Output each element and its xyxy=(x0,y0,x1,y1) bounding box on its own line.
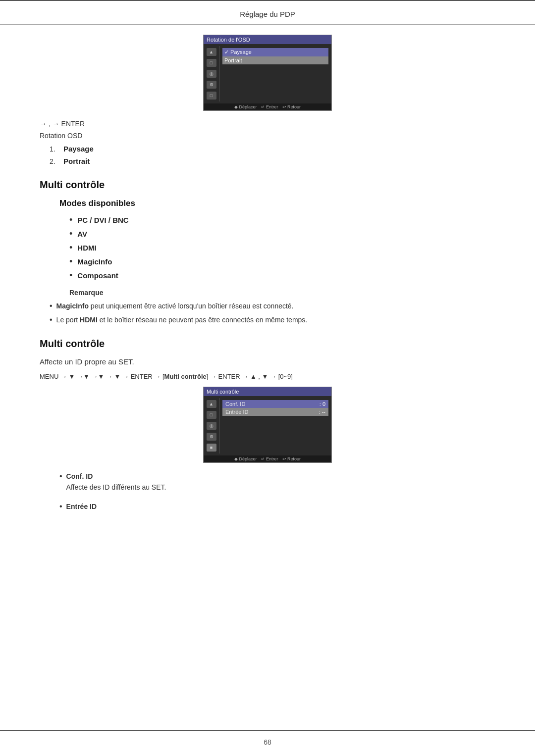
osd2-icon-2: ◎ xyxy=(207,422,216,430)
sub-explanation-0: Affecte des ID différents au SET. xyxy=(66,483,166,491)
osd1-title: Rotation de l'OSD xyxy=(204,35,331,44)
sub-bullet-0-content: Conf. ID Affecte des ID différents au SE… xyxy=(66,472,166,498)
mode-item-0: • PC / DVI / BNC xyxy=(69,215,495,224)
remarque-label: Remarque xyxy=(69,289,495,297)
mode-label-4: Composant xyxy=(77,271,118,280)
osd2-icon-1: □ xyxy=(207,411,216,419)
osd2-icon-3: ⚙ xyxy=(207,433,216,441)
mode-item-1: • AV xyxy=(69,229,495,238)
bullet-4: • xyxy=(69,271,72,280)
page-footer: 68 xyxy=(0,738,535,746)
osd1-body: ▲ □ ◎ ⚙ □ ✓ Paysage Portrait xyxy=(204,44,331,103)
section2-intro: Affecte un ID propre au SET. xyxy=(40,357,495,366)
notes-list: • MagicInfo peut uniquement être activé … xyxy=(50,302,495,324)
osd1-content: ✓ Paysage Portrait xyxy=(219,46,331,101)
note-dot-1: • xyxy=(50,315,53,324)
page-number: 68 xyxy=(264,738,271,746)
osd2-row-confid[interactable]: Conf. ID : 0 xyxy=(222,400,328,408)
osd1-screenshot-container: Rotation de l'OSD ▲ □ ◎ ⚙ □ ✓ Paysage Po… xyxy=(40,35,495,111)
osd2-footer-move: ◆ Déplacer xyxy=(234,456,257,461)
osd1-footer-enter: ↵ Entrer xyxy=(261,104,278,109)
menu-instruction: MENU → ▼ →▼ →▼ → ▼ → ENTER → [Multi cont… xyxy=(40,372,495,382)
sub-dot-1: • xyxy=(59,502,62,511)
osd1-icons: ▲ □ ◎ ⚙ □ xyxy=(204,46,219,101)
osd2-icon-0: ▲ xyxy=(207,400,216,408)
osd2-screenshot-container: Multi contrôle ▲ □ ◎ ⚙ ■ Conf. ID : 0 xyxy=(40,387,495,463)
sub-dot-0: • xyxy=(59,472,62,481)
numbered-item-1: 1. Paysage xyxy=(50,145,495,153)
bullet-2: • xyxy=(69,243,72,252)
header-title: Réglage du PDP xyxy=(240,10,295,18)
numbered-item-2: 2. Portrait xyxy=(50,157,495,165)
osd2-row-entreeid[interactable]: Entrée ID : -- xyxy=(222,408,328,416)
osd-icon-1: □ xyxy=(207,59,216,67)
num-2: 2. xyxy=(50,157,59,165)
page-container: Réglage du PDP Rotation de l'OSD ▲ □ ◎ ⚙… xyxy=(0,0,535,756)
sub-bullet-0: • Conf. ID Affecte des ID différents au … xyxy=(59,472,495,498)
osd2-body: ▲ □ ◎ ⚙ ■ Conf. ID : 0 Entrée ID : xyxy=(204,396,331,455)
mode-item-2: • HDMI xyxy=(69,243,495,252)
sub-bullets-list: • Conf. ID Affecte des ID différents au … xyxy=(59,472,495,511)
mode-label-1: AV xyxy=(77,230,87,238)
osd2-content: Conf. ID : 0 Entrée ID : -- xyxy=(219,398,331,454)
note-item-1: • Le port HDMI et le boîtier réseau ne p… xyxy=(50,315,495,324)
bullet-3: • xyxy=(69,257,72,266)
mode-item-4: • Composant xyxy=(69,271,495,280)
bullet-1: • xyxy=(69,229,72,238)
osd2-entree-id-value: : -- xyxy=(319,409,325,415)
osd2-footer-back: ↩ Retour xyxy=(282,456,301,461)
osd2-footer: ◆ Déplacer ↵ Entrer ↩ Retour xyxy=(204,455,331,462)
osd2-icons: ▲ □ ◎ ⚙ ■ xyxy=(204,398,219,454)
osd2-title: Multi contrôle xyxy=(204,387,331,396)
nav-instruction: → , → ENTER xyxy=(40,120,495,128)
osd2-conf-id-label: Conf. ID xyxy=(225,401,317,407)
osd1-footer: ◆ Déplacer ↵ Entrer ↩ Retour xyxy=(204,103,331,110)
note-item-0: • MagicInfo peut uniquement être activé … xyxy=(50,302,495,310)
section1-heading: Multi contrôle xyxy=(40,179,495,191)
section2-heading: Multi contrôle xyxy=(40,338,495,350)
item-1-label: Paysage xyxy=(63,145,94,153)
sub-bullet-0-label: Conf. ID xyxy=(66,472,93,480)
osd2-box: Multi contrôle ▲ □ ◎ ⚙ ■ Conf. ID : 0 xyxy=(203,387,332,463)
section-label: Rotation OSD xyxy=(40,132,495,140)
menu-instruction-text: MENU → ▼ →▼ →▼ → ▼ → ENTER → [Multi cont… xyxy=(40,373,293,380)
osd2-icon-4: ■ xyxy=(207,444,216,452)
note-text-1: Le port HDMI et le boîtier réseau ne peu… xyxy=(56,316,308,324)
page-header: Réglage du PDP xyxy=(0,1,535,25)
sub-bullet-1: • Entrée ID xyxy=(59,502,495,511)
osd1-item-portrait[interactable]: Portrait xyxy=(222,56,328,64)
main-content: Rotation de l'OSD ▲ □ ◎ ⚙ □ ✓ Paysage Po… xyxy=(0,35,535,535)
numbered-list: 1. Paysage 2. Portrait xyxy=(50,145,495,165)
modes-heading: Modes disponibles xyxy=(59,199,495,208)
osd2-conf-id-value: : 0 xyxy=(320,401,325,407)
osd-icon-3: ⚙ xyxy=(207,81,216,89)
num-1: 1. xyxy=(50,145,59,153)
osd2-footer-enter: ↵ Entrer xyxy=(261,456,278,461)
mode-item-3: • MagicInfo xyxy=(69,257,495,266)
mode-label-3: MagicInfo xyxy=(77,257,112,266)
osd-icon-2: ◎ xyxy=(207,70,216,78)
osd1-box: Rotation de l'OSD ▲ □ ◎ ⚙ □ ✓ Paysage Po… xyxy=(203,35,332,111)
osd-icon-4: □ xyxy=(207,92,216,100)
note-text-0: MagicInfo peut uniquement être activé lo… xyxy=(56,302,294,310)
modes-list: • PC / DVI / BNC • AV • HDMI • MagicInfo… xyxy=(69,215,495,280)
osd1-footer-move: ◆ Déplacer xyxy=(234,104,257,109)
mode-label-2: HDMI xyxy=(77,244,96,252)
nav-instruction-text: → , → ENTER xyxy=(40,120,85,128)
item-2-label: Portrait xyxy=(63,157,90,165)
osd1-footer-back: ↩ Retour xyxy=(282,104,301,109)
osd2-entree-id-label: Entrée ID xyxy=(225,409,316,415)
osd-icon-0: ▲ xyxy=(207,48,216,56)
note-dot-0: • xyxy=(50,302,53,310)
bullet-0: • xyxy=(69,215,72,224)
mode-label-0: PC / DVI / BNC xyxy=(77,216,128,224)
sub-bullet-1-label: Entrée ID xyxy=(66,503,97,510)
bottom-border xyxy=(0,730,535,731)
osd1-item-paysage[interactable]: ✓ Paysage xyxy=(222,48,328,56)
